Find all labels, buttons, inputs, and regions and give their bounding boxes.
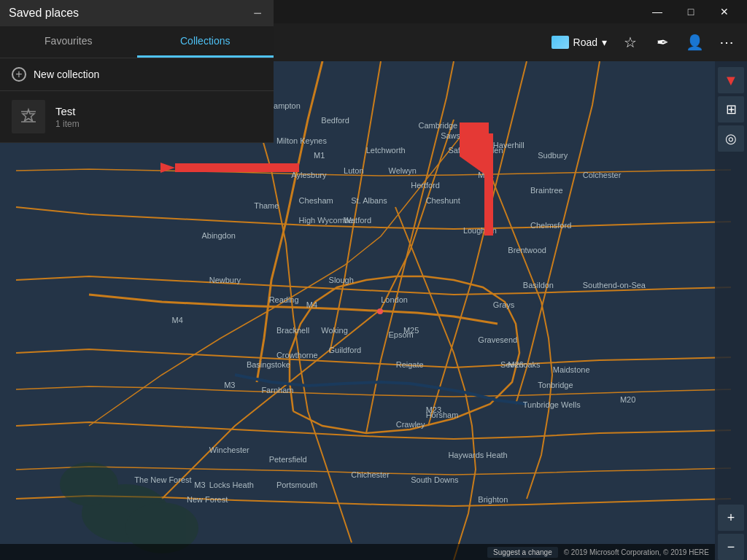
tab-favourites[interactable]: Favourites <box>0 26 137 58</box>
panel-header: Saved places − <box>0 0 274 26</box>
account-button[interactable]: 👤 <box>680 28 709 57</box>
favorites-button[interactable]: ☆ <box>616 28 645 57</box>
panel-minimize-button[interactable]: − <box>250 6 265 20</box>
collection-name: Test <box>55 105 262 117</box>
close-button[interactable]: ✕ <box>708 0 741 23</box>
tabs-row: Favourites Collections <box>0 26 274 58</box>
location-button[interactable]: ◎ <box>718 125 744 152</box>
saved-places-panel: Saved places − Favourites Collections + … <box>0 0 274 143</box>
maximize-button[interactable]: □ <box>674 0 708 23</box>
suggest-change-button[interactable]: Suggest a change <box>487 547 558 558</box>
ink-button[interactable]: ✒ <box>648 28 677 57</box>
zoom-out-button[interactable]: − <box>718 534 744 560</box>
road-label: Road <box>573 36 597 48</box>
road-icon <box>551 36 569 49</box>
star-icon: ☆ <box>624 34 637 51</box>
collection-info: Test 1 item <box>55 105 262 129</box>
panel-title: Saved places <box>9 7 79 20</box>
collection-count: 1 item <box>55 119 262 129</box>
copyright-text: © 2019 Microsoft Corporation, © 2019 HER… <box>564 548 709 556</box>
map-type-button[interactable]: Road ▾ <box>546 33 613 52</box>
tab-collections[interactable]: Collections <box>137 26 274 58</box>
london-marker <box>377 308 383 314</box>
chevron-down-icon: ▾ <box>602 36 607 48</box>
collection-item-test[interactable]: Test 1 item <box>0 91 274 143</box>
window-controls: — □ ✕ <box>640 0 741 23</box>
account-icon: 👤 <box>686 34 704 51</box>
pen-icon: ✒ <box>657 34 669 51</box>
zoom-in-button[interactable]: + <box>718 505 744 531</box>
svg-point-1 <box>60 462 118 506</box>
collection-icon <box>12 100 45 133</box>
map-controls: ▼ ⊞ ◎ + − <box>715 61 747 560</box>
map-bottom-bar: Suggest a change © 2019 Microsoft Corpor… <box>0 544 715 560</box>
new-collection-button[interactable]: + New collection <box>0 58 274 91</box>
more-button[interactable]: ⋯ <box>712 28 741 57</box>
minimize-button[interactable]: — <box>640 0 674 23</box>
more-icon: ⋯ <box>719 34 734 51</box>
grid-button[interactable]: ⊞ <box>718 96 744 122</box>
plus-icon: + <box>12 67 26 82</box>
new-collection-label: New collection <box>34 69 99 80</box>
compass-button[interactable]: ▼ <box>718 67 744 93</box>
